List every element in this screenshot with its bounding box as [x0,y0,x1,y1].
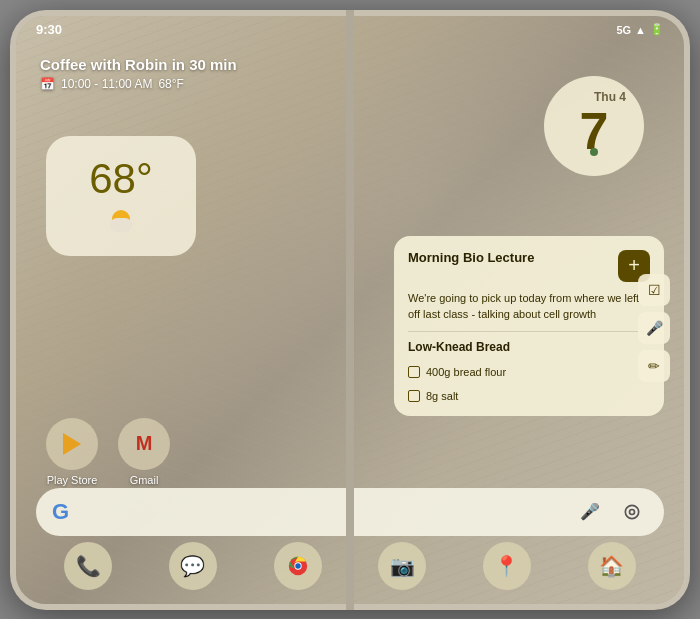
dock-chrome-button[interactable] [274,542,322,590]
clock-date: Thu 4 [594,90,626,104]
notes-divider [408,331,650,332]
weather-widget[interactable]: 68° [46,136,196,256]
search-bar[interactable]: G 🎤 [36,488,664,536]
google-g-logo: G [52,499,69,525]
dock: 📞 💬 📷 📍 🏠 [36,538,664,594]
toolbar-mic-button[interactable]: 🎤 [638,312,670,344]
battery-icon: 🔋 [650,23,664,36]
side-toolbar: ☑ 🎤 ✏ [638,274,670,382]
dock-messages-button[interactable]: 💬 [169,542,217,590]
notes-item-1-text: 400g bread flour [426,366,506,378]
notes-widget[interactable]: Morning Bio Lecture + We're going to pic… [394,236,664,416]
dock-home-button[interactable]: 🏠 [588,542,636,590]
note2-title: Low-Knead Bread [408,340,650,354]
toolbar-edit-button[interactable]: ✏ [638,350,670,382]
svg-point-0 [625,505,638,518]
dock-camera-button[interactable]: 📷 [378,542,426,590]
play-store-circle [46,418,98,470]
notif-detail: 📅 10:00 - 11:00 AM 68°F [40,77,237,91]
status-time: 9:30 [36,22,62,37]
lens-search-button[interactable] [616,496,648,528]
notif-title: Coffee with Robin in 30 min [40,56,237,73]
sun-cloud-icon [106,204,136,234]
notification-card: Coffee with Robin in 30 min 📅 10:00 - 11… [40,56,237,91]
play-store-icon [63,433,81,455]
checkbox-2[interactable] [408,390,420,402]
notes-header: Morning Bio Lecture + [408,250,650,282]
phone-frame: 9:30 5G ▲ 🔋 Coffee with Robin in 30 min … [10,10,690,610]
weather-icon-container [106,204,136,234]
gmail-label: Gmail [130,474,159,486]
notes-list-item-1: 400g bread flour [408,366,650,378]
play-store-label: Play Store [47,474,98,486]
dock-maps-button[interactable]: 📍 [483,542,531,590]
app-icon-play-store[interactable]: Play Store [46,418,98,486]
app-icon-gmail[interactable]: M Gmail [118,418,170,486]
notif-time: 10:00 - 11:00 AM [61,77,152,91]
gmail-icon: M [136,432,153,455]
status-icons: 5G ▲ 🔋 [616,23,664,36]
notif-weather: 68°F [158,77,183,91]
toolbar-check-button[interactable]: ☑ [638,274,670,306]
notes-item-2-text: 8g salt [426,390,458,402]
network-label: 5G [616,24,631,36]
checkbox-1[interactable] [408,366,420,378]
calendar-icon: 📅 [40,77,55,91]
note1-body: We're going to pick up today from where … [408,290,650,323]
dock-phone-button[interactable]: 📞 [64,542,112,590]
signal-icon: ▲ [635,24,646,36]
mic-search-button[interactable]: 🎤 [574,496,606,528]
weather-temperature: 68° [89,158,153,200]
gmail-circle: M [118,418,170,470]
status-bar: 9:30 5G ▲ 🔋 [16,16,684,44]
clock-widget[interactable]: Thu 4 7 [544,76,644,176]
note1-title: Morning Bio Lecture [408,250,610,265]
app-row: Play Store M Gmail [46,418,170,486]
notes-list-item-2: 8g salt [408,390,650,402]
screen: 9:30 5G ▲ 🔋 Coffee with Robin in 30 min … [16,16,684,604]
clock-dot [590,148,598,156]
svg-point-4 [295,563,301,569]
svg-point-1 [630,509,635,514]
